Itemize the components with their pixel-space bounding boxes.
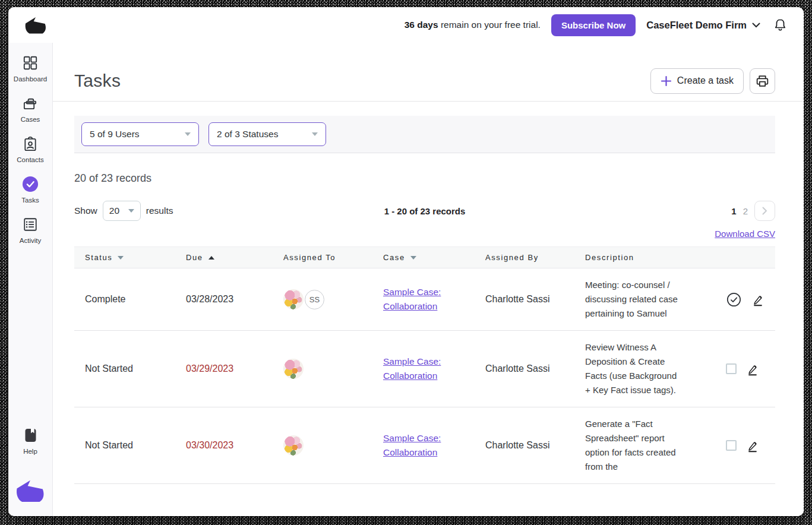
sidebar: Dashboard Cases Contacts Tasks — [8, 43, 53, 516]
assignee-avatars: SS — [283, 289, 372, 309]
flower-avatar[interactable] — [283, 435, 304, 456]
edit-pencil-icon[interactable] — [745, 439, 759, 453]
column-header-case[interactable]: Case — [372, 253, 475, 262]
create-task-button[interactable]: Create a task — [650, 68, 744, 94]
table-row: Not Started03/29/2023Sample Case: Collab… — [74, 331, 775, 407]
help-label: Help — [23, 448, 37, 455]
task-due-date: 03/29/2023 — [175, 363, 273, 374]
page-size-select[interactable]: 20 — [103, 201, 141, 221]
subscribe-now-button[interactable]: Subscribe Now — [551, 14, 636, 36]
row-actions — [710, 362, 775, 376]
results-controls: Show 20 results 1 - 20 of 23 records 12 — [74, 200, 775, 222]
contacts-badge-icon — [22, 135, 39, 152]
case-link[interactable]: Sample Case: Collaboration — [383, 355, 453, 383]
chevron-down-icon — [752, 23, 760, 28]
column-header-due[interactable]: Due — [175, 253, 273, 262]
task-assigned-to — [273, 359, 372, 379]
sidebar-item-contacts[interactable]: Contacts — [17, 135, 43, 163]
sidebar-item-help[interactable]: Help — [22, 427, 39, 455]
task-description-text: Review Witness A Deposition & Create Fac… — [585, 340, 679, 397]
column-header-assigned-to[interactable]: Assigned To — [273, 253, 372, 262]
complete-checkbox[interactable] — [726, 363, 737, 374]
trial-days: 36 days — [405, 20, 438, 30]
flower-avatar[interactable] — [283, 359, 304, 379]
trial-rest: remain on your free trial. — [438, 20, 541, 30]
sidebar-item-dashboard[interactable]: Dashboard — [14, 55, 47, 83]
filter-triangle-icon — [118, 256, 124, 260]
column-label: Description — [585, 253, 634, 262]
topbar: 36 days remain on your free trial. Subsc… — [8, 7, 804, 43]
sidebar-label: Cases — [21, 116, 40, 123]
case-link[interactable]: Sample Case: Collaboration — [383, 431, 453, 460]
casefleet-logo-footer[interactable] — [15, 477, 46, 507]
table-body: Complete03/28/2023SSSample Case: Collabo… — [74, 268, 775, 484]
firm-switcher[interactable]: CaseFleet Demo Firm — [646, 20, 760, 31]
task-case: Sample Case: Collaboration — [372, 285, 475, 314]
task-due-date: 03/28/2023 — [175, 294, 273, 305]
initials-avatar[interactable]: SS — [305, 290, 324, 309]
activity-list-icon — [22, 216, 39, 233]
users-filter-select[interactable]: 5 of 9 Users — [81, 122, 199, 146]
column-header-assigned-by[interactable]: Assigned By — [475, 253, 574, 262]
task-assigned-to — [273, 435, 372, 456]
download-csv-link[interactable]: Download CSV — [715, 229, 775, 239]
sidebar-label: Tasks — [21, 197, 39, 204]
filter-bar: 5 of 9 Users 2 of 3 Statuses — [74, 116, 775, 153]
column-label: Assigned To — [283, 253, 336, 262]
caret-down-icon — [128, 209, 134, 213]
casefleet-logo[interactable] — [24, 15, 48, 35]
assignee-avatars — [283, 435, 372, 456]
row-actions — [710, 292, 775, 308]
table-row: Not Started03/30/2023Sample Case: Collab… — [74, 407, 775, 484]
print-button[interactable] — [750, 68, 775, 94]
column-header-description[interactable]: Description — [574, 253, 710, 262]
task-description-text: Generate a "Fact Spreadsheet" report opt… — [585, 417, 679, 474]
sidebar-item-tasks[interactable]: Tasks — [21, 176, 39, 204]
users-filter-value: 5 of 9 Users — [90, 129, 140, 140]
case-link[interactable]: Sample Case: Collaboration — [383, 285, 453, 314]
create-task-label: Create a task — [677, 75, 734, 86]
tasks-check-circle-icon — [22, 176, 39, 192]
page-title: Tasks — [74, 71, 121, 91]
task-description: Meeting: co-counsel / discussing related… — [574, 278, 710, 321]
column-label: Due — [186, 253, 203, 262]
column-header-status[interactable]: Status — [74, 253, 175, 262]
statuses-filter-value: 2 of 3 Statuses — [217, 129, 278, 140]
task-status: Complete — [74, 294, 175, 305]
assignee-avatars — [283, 359, 372, 379]
header-divider — [53, 101, 804, 102]
task-status: Not Started — [74, 440, 175, 451]
table-row: Complete03/28/2023SSSample Case: Collabo… — [74, 268, 775, 331]
edit-pencil-icon[interactable] — [745, 362, 759, 376]
next-page-button[interactable] — [754, 201, 775, 221]
task-case: Sample Case: Collaboration — [372, 355, 475, 383]
main-content: Tasks Create a task — [53, 43, 804, 516]
page-number-1[interactable]: 1 — [731, 206, 736, 216]
chevron-right-icon — [762, 207, 767, 215]
complete-check-icon[interactable] — [726, 292, 742, 308]
column-label: Status — [85, 253, 112, 262]
notifications-bell-icon[interactable] — [773, 18, 787, 32]
task-description: Review Witness A Deposition & Create Fac… — [574, 340, 710, 397]
page-number-2[interactable]: 2 — [743, 206, 748, 216]
pagination: 12 — [731, 201, 775, 221]
sidebar-label: Dashboard — [14, 75, 47, 83]
table-header-row: Status Due Assigned To Case — [74, 246, 775, 268]
records-summary: 20 of 23 records — [74, 172, 804, 185]
filter-triangle-icon — [410, 256, 416, 260]
page-size-value: 20 — [109, 205, 119, 216]
sidebar-label: Activity — [20, 237, 41, 244]
task-assigned-by: Charlotte Sassi — [475, 440, 574, 451]
sidebar-item-activity[interactable]: Activity — [20, 216, 41, 244]
edit-pencil-icon[interactable] — [751, 293, 764, 306]
statuses-filter-select[interactable]: 2 of 3 Statuses — [208, 122, 326, 146]
flower-avatar[interactable] — [283, 289, 304, 309]
caret-down-icon — [185, 132, 191, 136]
task-assigned-by: Charlotte Sassi — [475, 363, 574, 374]
complete-checkbox[interactable] — [726, 440, 737, 451]
help-book-icon — [22, 427, 39, 444]
sidebar-item-cases[interactable]: Cases — [21, 95, 40, 123]
trial-banner-text: 36 days remain on your free trial. — [405, 20, 541, 30]
task-case: Sample Case: Collaboration — [372, 431, 475, 460]
caret-down-icon — [312, 132, 318, 136]
